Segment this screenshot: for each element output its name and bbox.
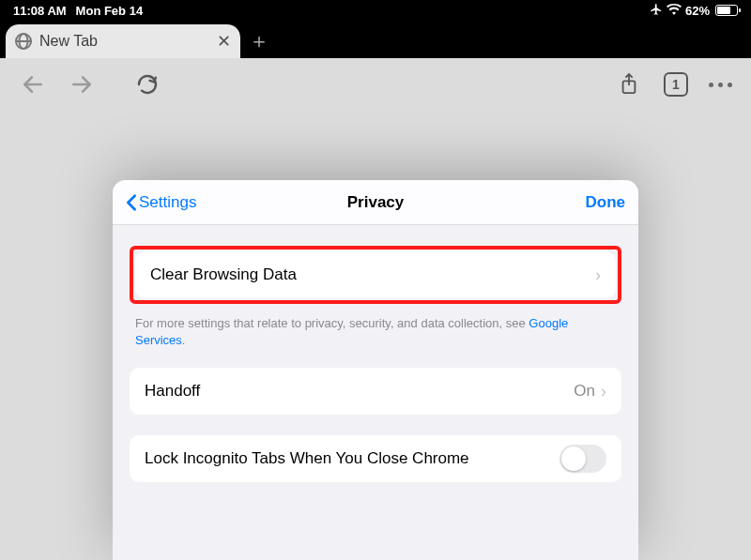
toolbar: 1 bbox=[0, 58, 751, 111]
wifi-icon bbox=[667, 4, 682, 18]
battery-percent: 62% bbox=[685, 4, 710, 18]
battery-icon bbox=[715, 5, 738, 16]
new-tab-button[interactable]: ＋ bbox=[240, 24, 278, 58]
reload-button[interactable] bbox=[133, 70, 161, 98]
status-time: 11:08 AM bbox=[13, 4, 67, 18]
status-bar: 11:08 AM Mon Feb 14 62% bbox=[0, 0, 751, 21]
back-label: Settings bbox=[139, 193, 196, 212]
back-button[interactable] bbox=[19, 70, 47, 98]
privacy-footer-text: For more settings that relate to privacy… bbox=[130, 315, 621, 349]
globe-icon bbox=[15, 33, 32, 50]
row-label: Lock Incognito Tabs When You Close Chrom… bbox=[145, 449, 469, 468]
highlight-frame: Clear Browsing Data › bbox=[130, 246, 621, 304]
tab-title: New Tab bbox=[39, 33, 209, 50]
share-button[interactable] bbox=[615, 70, 643, 98]
sheet-title: Privacy bbox=[347, 193, 405, 212]
lock-incognito-row[interactable]: Lock Incognito Tabs When You Close Chrom… bbox=[130, 435, 621, 482]
row-label: Clear Browsing Data bbox=[150, 265, 297, 284]
chevron-right-icon: › bbox=[595, 265, 601, 285]
done-button[interactable]: Done bbox=[586, 193, 626, 212]
privacy-sheet: Settings Privacy Done Clear Browsing Dat… bbox=[113, 180, 638, 560]
sheet-header: Settings Privacy Done bbox=[113, 180, 638, 225]
tab-strip: New Tab ✕ ＋ bbox=[0, 21, 751, 58]
sheet-backdrop: Settings Privacy Done Clear Browsing Dat… bbox=[0, 180, 751, 560]
overflow-menu-button[interactable] bbox=[709, 83, 732, 87]
row-label: Handoff bbox=[145, 382, 200, 401]
close-tab-icon[interactable]: ✕ bbox=[217, 33, 231, 50]
lock-incognito-toggle[interactable] bbox=[559, 445, 606, 473]
browser-tab[interactable]: New Tab ✕ bbox=[6, 24, 240, 58]
forward-button[interactable] bbox=[68, 70, 96, 98]
airplane-mode-icon bbox=[650, 3, 663, 19]
tab-count-value: 1 bbox=[672, 77, 680, 92]
handoff-row[interactable]: Handoff On › bbox=[130, 368, 621, 415]
status-date: Mon Feb 14 bbox=[76, 4, 144, 18]
tab-count-button[interactable]: 1 bbox=[664, 72, 688, 97]
clear-browsing-data-row[interactable]: Clear Browsing Data › bbox=[135, 251, 616, 298]
back-to-settings-button[interactable]: Settings bbox=[126, 193, 196, 212]
chevron-right-icon: › bbox=[601, 382, 606, 401]
handoff-value: On bbox=[574, 382, 595, 401]
browser-chrome: 1 Settings Privacy Done Clear Browsing D… bbox=[0, 58, 751, 560]
